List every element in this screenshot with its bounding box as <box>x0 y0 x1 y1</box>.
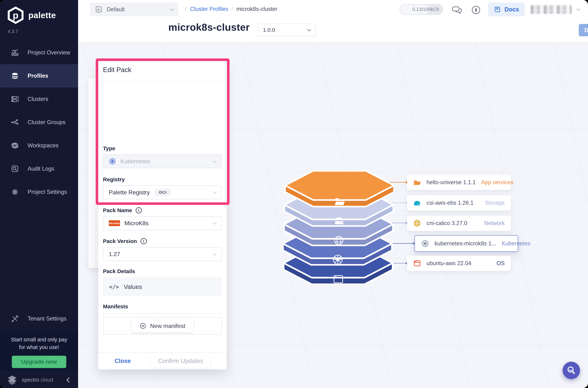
orbit-icon <box>11 142 19 149</box>
brand-name: palette <box>28 10 56 20</box>
breadcrumb: / Cluster Profiles / microk8s-cluster <box>185 6 277 12</box>
info-icon: i <box>136 207 142 213</box>
layers-icon <box>11 72 19 80</box>
type-label: Type <box>103 145 115 151</box>
close-button[interactable]: Close <box>115 358 131 364</box>
upgrade-promo: Start small and only pay for what you us… <box>0 331 78 372</box>
pack-category: Network <box>484 220 505 226</box>
pack-card-hello-universe[interactable]: hello-universe 1.1.1 App services <box>407 175 511 190</box>
bar-chart-icon <box>11 49 19 57</box>
sidebar-item-audit-logs[interactable]: Audit Logs <box>0 157 78 180</box>
kubernetes-wheel-icon <box>333 255 342 264</box>
sidebar-item-tenant-settings[interactable]: Tenant Settings <box>0 307 78 330</box>
deploy-button[interactable]: Deploy <box>579 24 588 36</box>
new-manifest-button[interactable]: New manifest <box>132 320 193 332</box>
pack-version-select[interactable]: 1.27 <box>103 247 222 261</box>
topbar: Default / Cluster Profiles / microk8s-cl… <box>78 0 588 42</box>
profile-version-selector[interactable]: 1.0.0 <box>258 24 316 36</box>
pack-name-label: Pack Namei <box>103 207 142 213</box>
sidebar-item-project-overview[interactable]: Project Overview <box>0 41 78 64</box>
sidebar: p palette 4.3.7 Project Overview Profile… <box>0 0 78 388</box>
pack-category: Kubernetes <box>502 240 530 247</box>
compass-icon[interactable] <box>471 5 481 15</box>
window-icon <box>413 259 421 267</box>
storage-drive-icon <box>413 199 421 207</box>
divider <box>98 81 227 82</box>
molecule-icon <box>11 118 19 126</box>
microk8s-badge: MicroK8s <box>109 220 120 226</box>
pack-name: kubernetes-microk8s 1... <box>435 240 496 247</box>
search-fab-button[interactable] <box>562 362 580 379</box>
svg-text:p: p <box>13 10 19 21</box>
sidebar-item-project-settings[interactable]: Project Settings <box>0 180 78 204</box>
new-manifest-label: New manifest <box>150 323 185 329</box>
profile-layer-hexagon-stack <box>282 169 394 285</box>
project-selector[interactable]: Default <box>90 2 178 16</box>
plus-circle-icon <box>140 323 146 329</box>
usage-quota-text: 0.13/100kCh <box>412 6 439 12</box>
chevron-down-icon <box>170 7 174 11</box>
sidebar-item-label: Audit Logs <box>27 166 54 172</box>
hex-layer-app-services[interactable] <box>285 171 394 207</box>
registry-select[interactable]: Palette Registry OCI <box>103 186 222 199</box>
docs-button[interactable]: Docs <box>488 2 525 16</box>
pack-name-select[interactable]: MicroK8s MicroK8s <box>103 216 222 230</box>
collapse-sidebar-icon[interactable] <box>66 377 72 382</box>
user-menu-name-redacted[interactable] <box>531 5 572 14</box>
pack-card-ubuntu-aws[interactable]: ubuntu-aws 22.04 OS <box>407 256 511 271</box>
pack-card-csi-aws-ebs[interactable]: csi-aws-ebs 1.26.1 Storage <box>407 195 511 211</box>
type-select[interactable]: Kubernetes <box>103 154 222 168</box>
breadcrumb-link-cluster-profiles[interactable]: Cluster Profiles <box>190 6 228 12</box>
pack-card-kubernetes-microk8s[interactable]: kubernetes-microk8s 1... Kubernetes <box>414 235 518 252</box>
pack-name-value: MicroK8s <box>124 220 149 227</box>
globe-icon <box>413 219 421 227</box>
pack-name: ubuntu-aws 22.04 <box>427 260 471 267</box>
confirm-updates-button[interactable]: Confirm Updates <box>151 354 210 368</box>
pack-name: cni-calico 3.27.0 <box>427 220 467 226</box>
registry-label: Registry <box>103 176 125 183</box>
breadcrumb-separator: / <box>185 6 187 12</box>
breadcrumb-separator: / <box>231 6 233 12</box>
sidebar-item-label: Cluster Groups <box>27 119 65 126</box>
profile-version-value: 1.0.0 <box>263 27 275 33</box>
chevron-down-icon <box>213 159 217 163</box>
tools-icon <box>11 315 19 323</box>
book-icon <box>494 6 501 13</box>
spectro-cloud-logo-icon <box>6 374 18 386</box>
chevron-down-icon <box>213 190 217 194</box>
chevron-down-icon <box>307 27 311 31</box>
gear-icon <box>11 188 19 196</box>
sidebar-item-label: Project Overview <box>27 49 70 56</box>
kubernetes-wheel-icon <box>421 240 429 247</box>
upgrade-now-button[interactable]: Upgrade now <box>12 356 66 368</box>
palette-app-window: p palette 4.3.7 Project Overview Profile… <box>0 0 588 388</box>
sidebar-item-cluster-groups[interactable]: Cluster Groups <box>0 111 78 134</box>
pack-version-value: 1.27 <box>109 251 120 258</box>
values-row[interactable]: </> Values <box>103 277 222 296</box>
usage-quota-badge: 0.13/100kCh <box>400 4 443 15</box>
search-magnifier-icon <box>566 365 576 375</box>
project-chart-icon <box>95 6 102 13</box>
sidebar-item-profiles[interactable]: Profiles <box>0 64 78 87</box>
pack-version-label: Pack Versioni <box>103 238 147 244</box>
palette-logo: p palette <box>7 6 56 24</box>
chat-feedback-icon[interactable] <box>452 5 462 15</box>
pack-name: csi-aws-ebs 1.26.1 <box>427 200 473 206</box>
info-icon: i <box>141 238 147 244</box>
server-icon <box>11 95 19 103</box>
edit-pack-panel: Edit Pack Type Kubernetes Registry Palet… <box>98 61 227 369</box>
docs-label: Docs <box>505 6 519 13</box>
palette-hexagon-logo-icon: p <box>7 6 24 24</box>
values-label: Values <box>124 283 142 290</box>
folder-icon <box>413 178 421 186</box>
sidebar-item-workspaces[interactable]: Workspaces <box>0 134 78 157</box>
sidebar-item-label: Tenant Settings <box>27 315 66 322</box>
sidebar-tenant-section: Tenant Settings <box>0 307 78 330</box>
sidebar-item-label: Clusters <box>27 96 48 102</box>
chevron-down-icon <box>213 252 217 256</box>
sidebar-item-label: Project Settings <box>27 189 67 195</box>
pack-card-cni-calico[interactable]: cni-calico 3.27.0 Network <box>407 216 511 231</box>
code-icon: </> <box>109 284 119 290</box>
sidebar-item-clusters[interactable]: Clusters <box>0 87 78 111</box>
user-menu-chevron-down-icon[interactable] <box>577 7 580 11</box>
